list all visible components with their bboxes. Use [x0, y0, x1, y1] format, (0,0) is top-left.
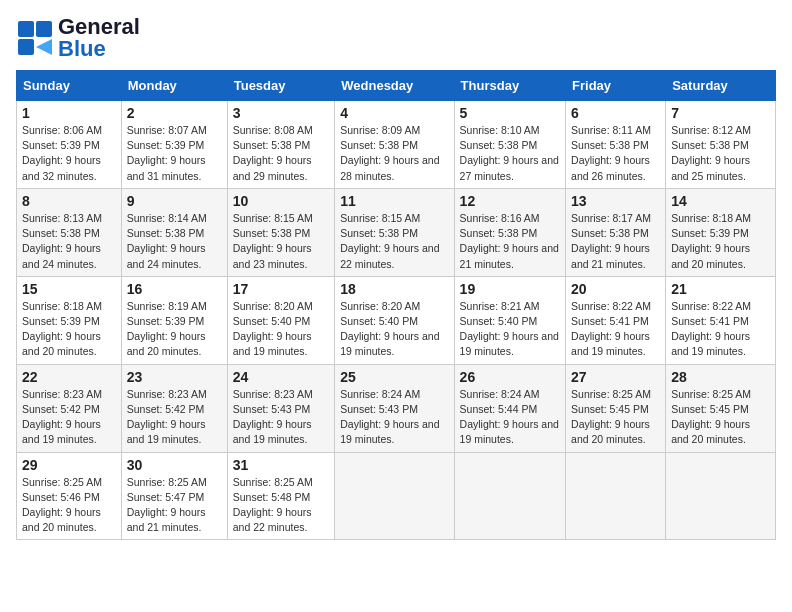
calendar-week: 15 Sunrise: 8:18 AMSunset: 5:39 PMDaylig… — [17, 276, 776, 364]
day-info: Sunrise: 8:25 AMSunset: 5:45 PMDaylight:… — [571, 388, 651, 446]
day-info: Sunrise: 8:25 AMSunset: 5:47 PMDaylight:… — [127, 476, 207, 534]
day-number: 1 — [22, 105, 116, 121]
day-number: 17 — [233, 281, 330, 297]
day-number: 12 — [460, 193, 560, 209]
day-number: 28 — [671, 369, 770, 385]
svg-rect-2 — [18, 39, 34, 55]
day-info: Sunrise: 8:23 AMSunset: 5:42 PMDaylight:… — [22, 388, 102, 446]
day-info: Sunrise: 8:15 AMSunset: 5:38 PMDaylight:… — [340, 212, 439, 270]
day-number: 23 — [127, 369, 222, 385]
day-info: Sunrise: 8:22 AMSunset: 5:41 PMDaylight:… — [671, 300, 751, 358]
calendar-week: 1 Sunrise: 8:06 AMSunset: 5:39 PMDayligh… — [17, 101, 776, 189]
day-number: 14 — [671, 193, 770, 209]
day-info: Sunrise: 8:16 AMSunset: 5:38 PMDaylight:… — [460, 212, 559, 270]
day-number: 4 — [340, 105, 448, 121]
day-number: 24 — [233, 369, 330, 385]
day-info: Sunrise: 8:13 AMSunset: 5:38 PMDaylight:… — [22, 212, 102, 270]
header: GeneralBlue — [16, 16, 776, 60]
svg-rect-0 — [18, 21, 34, 37]
day-number: 9 — [127, 193, 222, 209]
calendar-week: 22 Sunrise: 8:23 AMSunset: 5:42 PMDaylig… — [17, 364, 776, 452]
calendar-day: 17 Sunrise: 8:20 AMSunset: 5:40 PMDaylig… — [227, 276, 335, 364]
day-info: Sunrise: 8:22 AMSunset: 5:41 PMDaylight:… — [571, 300, 651, 358]
day-info: Sunrise: 8:23 AMSunset: 5:42 PMDaylight:… — [127, 388, 207, 446]
calendar-day: 21 Sunrise: 8:22 AMSunset: 5:41 PMDaylig… — [666, 276, 776, 364]
day-number: 31 — [233, 457, 330, 473]
day-number: 11 — [340, 193, 448, 209]
calendar-day: 10 Sunrise: 8:15 AMSunset: 5:38 PMDaylig… — [227, 188, 335, 276]
weekday-header: Thursday — [454, 71, 565, 101]
weekday-header: Tuesday — [227, 71, 335, 101]
logo: GeneralBlue — [16, 16, 140, 60]
day-info: Sunrise: 8:06 AMSunset: 5:39 PMDaylight:… — [22, 124, 102, 182]
calendar-day: 5 Sunrise: 8:10 AMSunset: 5:38 PMDayligh… — [454, 101, 565, 189]
day-info: Sunrise: 8:19 AMSunset: 5:39 PMDaylight:… — [127, 300, 207, 358]
calendar-day: 8 Sunrise: 8:13 AMSunset: 5:38 PMDayligh… — [17, 188, 122, 276]
day-number: 2 — [127, 105, 222, 121]
day-info: Sunrise: 8:20 AMSunset: 5:40 PMDaylight:… — [233, 300, 313, 358]
day-number: 20 — [571, 281, 660, 297]
day-info: Sunrise: 8:10 AMSunset: 5:38 PMDaylight:… — [460, 124, 559, 182]
calendar-day: 23 Sunrise: 8:23 AMSunset: 5:42 PMDaylig… — [121, 364, 227, 452]
day-number: 29 — [22, 457, 116, 473]
calendar-day: 11 Sunrise: 8:15 AMSunset: 5:38 PMDaylig… — [335, 188, 454, 276]
day-number: 15 — [22, 281, 116, 297]
calendar-day: 15 Sunrise: 8:18 AMSunset: 5:39 PMDaylig… — [17, 276, 122, 364]
calendar-day: 19 Sunrise: 8:21 AMSunset: 5:40 PMDaylig… — [454, 276, 565, 364]
day-number: 18 — [340, 281, 448, 297]
day-number: 7 — [671, 105, 770, 121]
day-number: 13 — [571, 193, 660, 209]
calendar-day: 6 Sunrise: 8:11 AMSunset: 5:38 PMDayligh… — [566, 101, 666, 189]
day-info: Sunrise: 8:24 AMSunset: 5:44 PMDaylight:… — [460, 388, 559, 446]
calendar-day: 20 Sunrise: 8:22 AMSunset: 5:41 PMDaylig… — [566, 276, 666, 364]
svg-marker-3 — [36, 39, 52, 55]
day-info: Sunrise: 8:25 AMSunset: 5:46 PMDaylight:… — [22, 476, 102, 534]
calendar-day — [454, 452, 565, 540]
calendar-day: 24 Sunrise: 8:23 AMSunset: 5:43 PMDaylig… — [227, 364, 335, 452]
calendar-day: 28 Sunrise: 8:25 AMSunset: 5:45 PMDaylig… — [666, 364, 776, 452]
calendar-day: 2 Sunrise: 8:07 AMSunset: 5:39 PMDayligh… — [121, 101, 227, 189]
day-info: Sunrise: 8:25 AMSunset: 5:45 PMDaylight:… — [671, 388, 751, 446]
day-number: 22 — [22, 369, 116, 385]
calendar-day: 1 Sunrise: 8:06 AMSunset: 5:39 PMDayligh… — [17, 101, 122, 189]
day-info: Sunrise: 8:21 AMSunset: 5:40 PMDaylight:… — [460, 300, 559, 358]
day-info: Sunrise: 8:25 AMSunset: 5:48 PMDaylight:… — [233, 476, 313, 534]
day-info: Sunrise: 8:23 AMSunset: 5:43 PMDaylight:… — [233, 388, 313, 446]
calendar-day: 18 Sunrise: 8:20 AMSunset: 5:40 PMDaylig… — [335, 276, 454, 364]
calendar-day: 27 Sunrise: 8:25 AMSunset: 5:45 PMDaylig… — [566, 364, 666, 452]
logo-icon — [16, 19, 54, 57]
calendar-day: 4 Sunrise: 8:09 AMSunset: 5:38 PMDayligh… — [335, 101, 454, 189]
calendar-day: 22 Sunrise: 8:23 AMSunset: 5:42 PMDaylig… — [17, 364, 122, 452]
day-number: 5 — [460, 105, 560, 121]
day-info: Sunrise: 8:12 AMSunset: 5:38 PMDaylight:… — [671, 124, 751, 182]
calendar-day — [666, 452, 776, 540]
calendar-day: 7 Sunrise: 8:12 AMSunset: 5:38 PMDayligh… — [666, 101, 776, 189]
day-number: 3 — [233, 105, 330, 121]
calendar-day: 25 Sunrise: 8:24 AMSunset: 5:43 PMDaylig… — [335, 364, 454, 452]
calendar-day: 13 Sunrise: 8:17 AMSunset: 5:38 PMDaylig… — [566, 188, 666, 276]
day-info: Sunrise: 8:18 AMSunset: 5:39 PMDaylight:… — [22, 300, 102, 358]
day-number: 19 — [460, 281, 560, 297]
day-number: 10 — [233, 193, 330, 209]
logo-text: GeneralBlue — [58, 14, 140, 61]
day-info: Sunrise: 8:17 AMSunset: 5:38 PMDaylight:… — [571, 212, 651, 270]
calendar-day: 29 Sunrise: 8:25 AMSunset: 5:46 PMDaylig… — [17, 452, 122, 540]
day-info: Sunrise: 8:24 AMSunset: 5:43 PMDaylight:… — [340, 388, 439, 446]
calendar-day: 3 Sunrise: 8:08 AMSunset: 5:38 PMDayligh… — [227, 101, 335, 189]
day-number: 25 — [340, 369, 448, 385]
day-number: 8 — [22, 193, 116, 209]
calendar-day: 12 Sunrise: 8:16 AMSunset: 5:38 PMDaylig… — [454, 188, 565, 276]
day-number: 26 — [460, 369, 560, 385]
calendar-day: 9 Sunrise: 8:14 AMSunset: 5:38 PMDayligh… — [121, 188, 227, 276]
calendar-day: 30 Sunrise: 8:25 AMSunset: 5:47 PMDaylig… — [121, 452, 227, 540]
weekday-header: Monday — [121, 71, 227, 101]
day-number: 16 — [127, 281, 222, 297]
day-info: Sunrise: 8:20 AMSunset: 5:40 PMDaylight:… — [340, 300, 439, 358]
day-number: 27 — [571, 369, 660, 385]
weekday-header: Wednesday — [335, 71, 454, 101]
day-info: Sunrise: 8:11 AMSunset: 5:38 PMDaylight:… — [571, 124, 651, 182]
day-info: Sunrise: 8:18 AMSunset: 5:39 PMDaylight:… — [671, 212, 751, 270]
calendar-day: 26 Sunrise: 8:24 AMSunset: 5:44 PMDaylig… — [454, 364, 565, 452]
calendar-table: SundayMondayTuesdayWednesdayThursdayFrid… — [16, 70, 776, 540]
day-info: Sunrise: 8:15 AMSunset: 5:38 PMDaylight:… — [233, 212, 313, 270]
